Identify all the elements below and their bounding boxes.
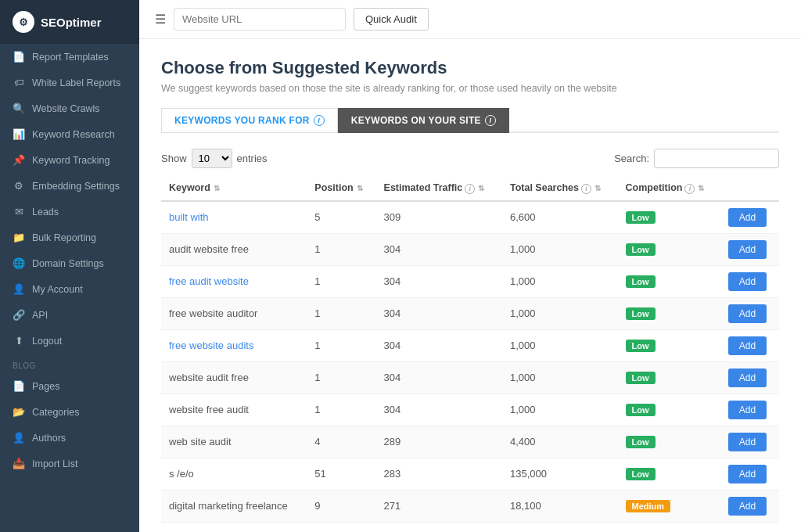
sidebar-item-keyword-research[interactable]: 📊Keyword Research	[0, 121, 139, 147]
sidebar-label-white-label-reports: White Label Reports	[32, 77, 120, 88]
add-keyword-button-1[interactable]: Add	[728, 240, 767, 259]
sidebar-item-categories[interactable]: 📂Categories	[0, 399, 139, 425]
keyword-link-0[interactable]: built with	[169, 211, 209, 223]
sidebar-item-white-label-reports[interactable]: 🏷White Label Reports	[0, 70, 139, 95]
col-header-position[interactable]: Position⇅	[307, 176, 375, 201]
tab-keywords-on-your-site[interactable]: KEYWORDS ON YOUR SITEi	[338, 108, 509, 133]
col-header-total-searches[interactable]: Total Searchesi⇅	[502, 176, 618, 201]
col-header-keyword[interactable]: Keyword⇅	[161, 176, 307, 201]
add-keyword-button-4[interactable]: Add	[728, 336, 767, 355]
menu-icon[interactable]: ☰	[155, 12, 166, 27]
sidebar-label-leads: Leads	[32, 207, 59, 217]
table-row: free audit website13041,000LowAdd	[161, 265, 779, 297]
keyword-link-4[interactable]: free website audits	[169, 340, 253, 351]
sidebar-item-my-account[interactable]: 👤My Account	[0, 276, 139, 302]
sidebar-icon-keyword-research: 📊	[13, 128, 25, 140]
sidebar-icon-bulk-reporting: 📁	[13, 232, 25, 243]
entries-select[interactable]: 102550100	[192, 149, 232, 168]
col-header-competition[interactable]: Competitioni⇅	[618, 176, 720, 201]
competition-badge-5: Low	[626, 372, 656, 384]
table-row: website audit free13041,000LowAdd	[161, 361, 779, 394]
sidebar-label-website-crawls: Website Crawls	[32, 103, 100, 114]
sidebar-item-report-templates[interactable]: 📄Report Templates	[0, 44, 139, 70]
col-info-total-searches: i	[581, 184, 591, 194]
sidebar-label-keyword-tracking: Keyword Tracking	[32, 155, 110, 166]
sidebar-label-categories: Categories	[32, 407, 79, 418]
show-label: Show	[161, 153, 187, 164]
competition-badge-8: Low	[626, 468, 656, 480]
brand-name: SEOptimer	[41, 16, 102, 29]
competition-badge-3: Low	[626, 307, 656, 320]
keyword-link-2[interactable]: free audit website	[169, 275, 249, 287]
traffic-cell-6: 304	[376, 394, 502, 426]
sidebar-icon-keyword-tracking: 📌	[13, 154, 25, 166]
searches-cell-0: 6,600	[502, 201, 618, 234]
position-cell-6: 1	[307, 394, 375, 426]
searches-cell-4: 1,000	[502, 329, 618, 361]
col-header-action[interactable]	[720, 176, 779, 201]
website-url-input[interactable]	[174, 8, 346, 31]
sidebar-label-pages: Pages	[32, 381, 59, 392]
add-keyword-button-6[interactable]: Add	[728, 401, 767, 419]
brand-logo[interactable]: ⚙ SEOptimer	[0, 0, 139, 44]
table-row: free website auditor13041,000LowAdd	[161, 297, 779, 329]
tab-label-keywords-on-your-site: KEYWORDS ON YOUR SITE	[351, 115, 481, 126]
position-cell-1: 1	[307, 233, 375, 265]
searches-cell-1: 1,000	[502, 233, 618, 265]
sidebar-label-authors: Authors	[32, 433, 66, 444]
page-title: Choose from Suggested Keywords	[161, 58, 779, 78]
tab-keywords-you-rank-for[interactable]: KEYWORDS YOU RANK FORi	[161, 108, 338, 133]
searches-cell-2: 1,000	[502, 265, 618, 297]
sidebar-item-logout[interactable]: ⬆Logout	[0, 328, 139, 354]
add-keyword-button-5[interactable]: Add	[728, 368, 767, 387]
position-cell-2: 1	[307, 265, 375, 297]
traffic-cell-9: 271	[376, 490, 502, 522]
sidebar-icon-leads: ✉	[13, 206, 25, 217]
add-keyword-button-9[interactable]: Add	[728, 497, 767, 516]
sidebar-icon-embedding-settings: ⚙	[13, 180, 25, 192]
sidebar-item-leads[interactable]: ✉Leads	[0, 199, 139, 225]
sidebar-label-my-account: My Account	[32, 284, 83, 295]
sidebar-item-website-crawls[interactable]: 🔍Website Crawls	[0, 95, 139, 121]
table-row: digital marketing freelance927118,100Med…	[161, 490, 779, 522]
sidebar-item-import-list[interactable]: 📥Import List	[0, 451, 139, 476]
competition-badge-9: Medium	[626, 500, 671, 512]
sidebar-item-authors[interactable]: 👤Authors	[0, 425, 139, 451]
sidebar-label-domain-settings: Domain Settings	[32, 258, 104, 269]
col-label-total-searches: Total Searches	[510, 182, 579, 193]
sidebar-label-keyword-research: Keyword Research	[32, 129, 115, 140]
keyword-cell-5: website audit free	[161, 361, 307, 394]
sidebar-icon-domain-settings: 🌐	[13, 257, 25, 269]
competition-badge-1: Low	[626, 243, 656, 256]
add-keyword-button-7[interactable]: Add	[728, 433, 767, 451]
sidebar-item-pages[interactable]: 📄Pages	[0, 373, 139, 399]
sidebar-icon-my-account: 👤	[13, 283, 25, 295]
add-keyword-button-3[interactable]: Add	[728, 304, 767, 323]
search-box: Search:	[614, 149, 779, 168]
topbar: ☰ Quick Audit	[139, 0, 801, 39]
sidebar-item-domain-settings[interactable]: 🌐Domain Settings	[0, 250, 139, 276]
sidebar-item-embedding-settings[interactable]: ⚙Embedding Settings	[0, 173, 139, 199]
sidebar-item-keyword-tracking[interactable]: 📌Keyword Tracking	[0, 147, 139, 173]
sidebar-icon-website-crawls: 🔍	[13, 102, 25, 114]
sidebar-icon-authors: 👤	[13, 432, 25, 444]
quick-audit-button[interactable]: Quick Audit	[354, 8, 429, 31]
position-cell-9: 9	[307, 490, 375, 522]
search-input[interactable]	[654, 149, 779, 168]
page-subtitle: We suggest keywords based on those the s…	[161, 83, 779, 94]
col-label-estimated-traffic: Estimated Traffic	[384, 182, 463, 193]
sidebar-item-api[interactable]: 🔗API	[0, 302, 139, 328]
col-info-estimated-traffic: i	[465, 184, 475, 194]
entries-label: entries	[237, 153, 268, 164]
add-keyword-button-0[interactable]: Add	[728, 208, 767, 227]
sidebar-icon-api: 🔗	[13, 309, 25, 321]
sidebar-item-bulk-reporting[interactable]: 📁Bulk Reporting	[0, 225, 139, 250]
table-row: s /e/o51283135,000LowAdd	[161, 458, 779, 490]
add-keyword-button-8[interactable]: Add	[728, 465, 767, 483]
searches-cell-5: 1,000	[502, 361, 618, 394]
traffic-cell-0: 309	[376, 201, 502, 234]
add-keyword-button-2[interactable]: Add	[728, 272, 767, 291]
col-header-estimated-traffic[interactable]: Estimated Traffici⇅	[376, 176, 502, 201]
keyword-cell-9: digital marketing freelance	[161, 490, 307, 522]
tab-label-keywords-you-rank-for: KEYWORDS YOU RANK FOR	[174, 115, 310, 126]
